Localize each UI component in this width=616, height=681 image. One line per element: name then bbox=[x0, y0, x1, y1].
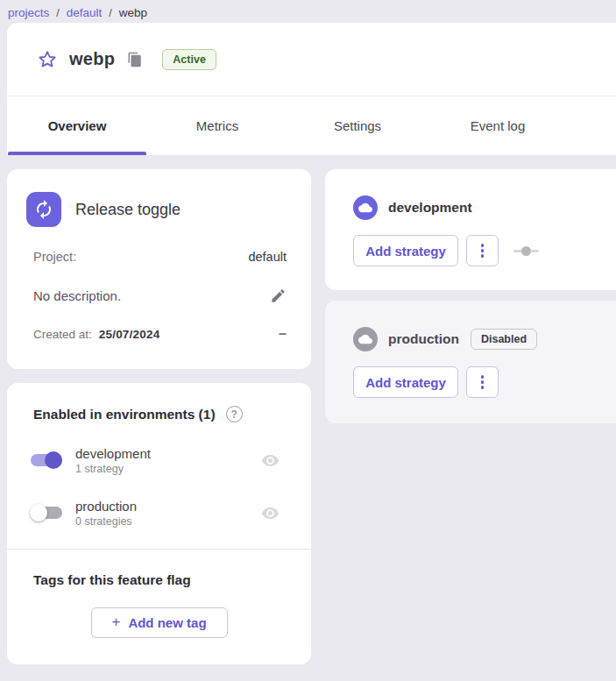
breadcrumb-link-default[interactable]: default bbox=[67, 6, 103, 19]
flag-details-card: Release toggle Project: default No descr… bbox=[7, 169, 311, 369]
development-environment-icon bbox=[353, 195, 378, 220]
environment-more-options-button[interactable] bbox=[466, 366, 499, 398]
created-at-row: Created at: 25/07/2024 – bbox=[26, 325, 292, 343]
breadcrumb: projects / default / webp bbox=[0, 0, 616, 23]
production-panel-title: production bbox=[388, 331, 459, 347]
production-panel-actions: Add strategy bbox=[353, 366, 616, 398]
disabled-badge: Disabled bbox=[471, 329, 537, 350]
edit-description-button[interactable] bbox=[270, 287, 287, 304]
created-at-label: Created at: bbox=[33, 328, 92, 341]
left-column: Release toggle Project: default No descr… bbox=[7, 169, 311, 664]
development-panel-actions: Add strategy bbox=[353, 235, 616, 266]
favorite-button[interactable] bbox=[36, 48, 59, 71]
tab-event-log[interactable]: Event log bbox=[428, 96, 568, 155]
environment-row-development: development 1 strategy bbox=[26, 445, 292, 475]
description-text: No description. bbox=[33, 288, 121, 303]
production-toggle[interactable] bbox=[26, 498, 67, 528]
environment-labels: development 1 strategy bbox=[75, 446, 261, 475]
created-at-pair: Created at: 25/07/2024 bbox=[33, 328, 159, 341]
tab-bar: Overview Metrics Settings Event log bbox=[7, 96, 616, 155]
breadcrumb-separator: / bbox=[109, 7, 111, 19]
enabled-environments-title-row: Enabled in environments (1) ? bbox=[26, 406, 292, 422]
add-new-tag-button[interactable]: + Add new tag bbox=[91, 607, 228, 638]
star-icon bbox=[37, 49, 58, 70]
preview-environment-button[interactable] bbox=[261, 451, 280, 470]
status-badge: Active bbox=[162, 49, 216, 70]
collapse-button[interactable]: – bbox=[279, 326, 287, 342]
cloud-icon bbox=[358, 332, 372, 346]
plus-icon: + bbox=[111, 614, 120, 631]
flag-type-label: Release toggle bbox=[75, 201, 181, 219]
copy-icon bbox=[127, 52, 143, 67]
development-panel-header: development bbox=[353, 195, 616, 220]
development-panel-title: development bbox=[388, 200, 472, 216]
eye-icon bbox=[261, 504, 280, 522]
feature-header-row: webp Active bbox=[7, 23, 616, 96]
environment-strategy-count: 1 strategy bbox=[75, 463, 261, 475]
tags-title: Tags for this feature flag bbox=[26, 572, 292, 588]
project-row: Project: default bbox=[26, 248, 292, 266]
tab-event-log-label: Event log bbox=[471, 118, 526, 133]
environment-labels: production 0 strategies bbox=[75, 499, 261, 528]
production-environment-icon bbox=[353, 327, 378, 351]
tags-section: Tags for this feature flag + Add new tag bbox=[7, 550, 311, 664]
production-panel-header: production Disabled bbox=[353, 327, 616, 351]
environment-name: development bbox=[75, 446, 261, 461]
add-strategy-button-development[interactable]: Add strategy bbox=[353, 235, 458, 266]
copy-name-button[interactable] bbox=[127, 52, 143, 67]
flag-type-row: Release toggle bbox=[26, 192, 292, 227]
feature-header-card: webp Active Overview Metrics Settings Ev… bbox=[7, 23, 616, 155]
active-tab-indicator bbox=[8, 152, 146, 155]
created-at-value: 25/07/2024 bbox=[99, 328, 160, 341]
tab-overview-label: Overview bbox=[48, 118, 107, 133]
breadcrumb-link-projects[interactable]: projects bbox=[8, 6, 49, 19]
environments-card: Enabled in environments (1) ? developmen… bbox=[7, 383, 311, 664]
preview-environment-button[interactable] bbox=[261, 504, 280, 522]
autorenew-icon bbox=[33, 199, 54, 220]
help-icon[interactable]: ? bbox=[226, 406, 243, 422]
connector-node-icon bbox=[513, 246, 539, 256]
tab-overview[interactable]: Overview bbox=[7, 96, 147, 155]
environment-name: production bbox=[75, 499, 261, 514]
description-row: No description. bbox=[26, 287, 292, 304]
toggle-knob bbox=[30, 504, 47, 521]
kebab-menu-icon bbox=[481, 375, 485, 379]
cloud-icon bbox=[358, 201, 372, 215]
enabled-environments-title: Enabled in environments (1) bbox=[33, 407, 216, 422]
pencil-icon bbox=[270, 287, 287, 304]
environment-more-options-button[interactable] bbox=[466, 235, 499, 266]
add-strategy-button-production[interactable]: Add strategy bbox=[353, 366, 458, 398]
development-toggle[interactable] bbox=[26, 445, 67, 475]
main-content: Release toggle Project: default No descr… bbox=[7, 169, 616, 664]
add-new-tag-label: Add new tag bbox=[128, 615, 206, 630]
environment-strategy-count: 0 strategies bbox=[75, 515, 261, 528]
right-column: development Add strategy bbox=[325, 169, 616, 423]
production-environment-panel: production Disabled Add strategy bbox=[325, 301, 616, 423]
tab-metrics[interactable]: Metrics bbox=[147, 96, 287, 155]
release-toggle-icon bbox=[26, 192, 61, 227]
page-title: webp bbox=[69, 49, 115, 69]
kebab-menu-icon bbox=[481, 244, 485, 247]
tab-settings[interactable]: Settings bbox=[287, 96, 428, 155]
eye-icon bbox=[261, 451, 280, 470]
tags-button-wrap: + Add new tag bbox=[26, 607, 292, 638]
toggle-knob bbox=[45, 451, 62, 469]
project-label: Project: bbox=[33, 250, 76, 264]
development-environment-panel: development Add strategy bbox=[325, 169, 616, 290]
tab-settings-label: Settings bbox=[334, 118, 381, 133]
tab-metrics-label: Metrics bbox=[196, 118, 238, 133]
breadcrumb-current-page: webp bbox=[119, 6, 147, 19]
environment-row-production: production 0 strategies bbox=[26, 498, 292, 528]
breadcrumb-separator: / bbox=[56, 7, 59, 19]
enabled-environments-section: Enabled in environments (1) ? developmen… bbox=[7, 383, 311, 549]
project-value: default bbox=[248, 250, 287, 264]
